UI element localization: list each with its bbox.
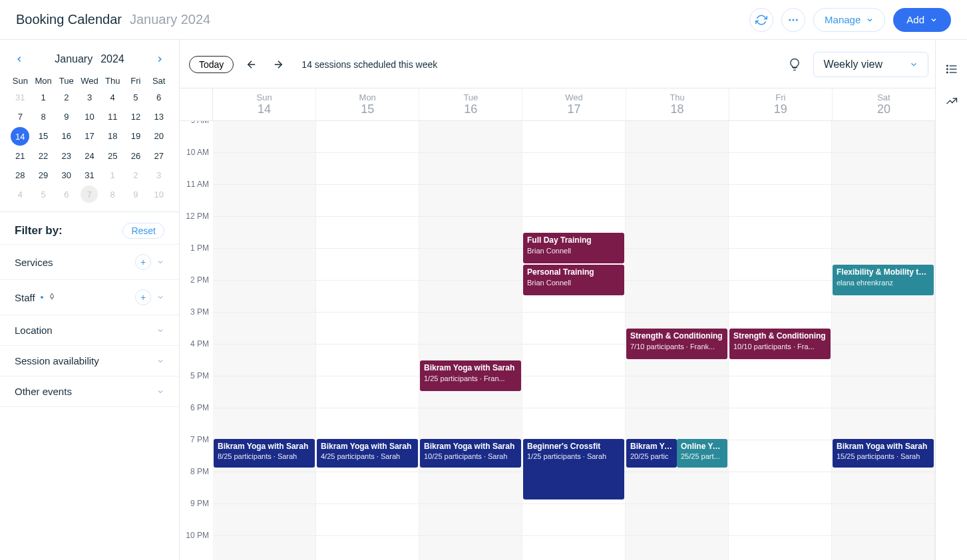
reset-button[interactable]: Reset [122, 223, 164, 239]
day-column[interactable]: Flexibility & Mobility trainingelana ehr… [832, 121, 935, 560]
mini-cal-day[interactable]: 30 [55, 166, 77, 184]
calendar-event[interactable]: Personal TrainingBrian Connell [523, 265, 624, 295]
mini-cal-day[interactable]: 28 [9, 166, 31, 184]
event-subtitle: 10/10 participants · Fra... [733, 342, 827, 351]
mini-cal-day[interactable]: 2 [55, 88, 77, 106]
arrow-left-icon [246, 59, 258, 70]
next-week-button[interactable] [270, 56, 287, 73]
staff-icon [47, 293, 57, 302]
refresh-button[interactable] [749, 8, 773, 32]
day-column[interactable]: Bikram Yoga with Sarah4/25 participants … [316, 121, 419, 560]
mini-cal-dow: Wed [79, 73, 100, 88]
mini-cal-day[interactable]: 15 [33, 127, 55, 146]
mini-cal-day[interactable]: 11 [102, 108, 124, 126]
mini-cal-day[interactable]: 26 [125, 147, 147, 165]
filter-row-location[interactable]: Location [0, 315, 179, 346]
mini-cal-day[interactable]: 18 [102, 127, 124, 146]
mini-cal-day[interactable]: 25 [102, 147, 124, 165]
mini-cal-day[interactable]: 20 [148, 127, 170, 146]
mini-cal-day[interactable]: 8 [102, 186, 124, 204]
time-label: 8 PM [180, 467, 213, 499]
mini-cal-day[interactable]: 12 [125, 108, 147, 126]
chevron-down-icon [909, 60, 918, 69]
mini-cal-day[interactable]: 1 [33, 88, 55, 106]
mini-cal-day[interactable]: 13 [148, 108, 170, 126]
mini-cal-day[interactable]: 3 [148, 166, 170, 184]
mini-cal-day[interactable]: 8 [33, 108, 55, 126]
calendar-event[interactable]: Bikram Yoga with Sarah4/25 participants … [317, 439, 418, 468]
filter-title: Filter by: [15, 224, 63, 237]
add-filter-button[interactable]: + [135, 254, 151, 270]
mini-cal-day[interactable]: 16 [55, 127, 77, 146]
mini-cal-day[interactable]: 19 [125, 127, 147, 146]
mini-cal-day[interactable]: 23 [55, 147, 77, 165]
calendar-event[interactable]: Bikram Yoga with Sarah15/25 participants… [833, 439, 934, 468]
prev-month-button[interactable] [12, 52, 27, 67]
calendar-event[interactable]: Full Day TrainingBrian Connell [523, 233, 624, 263]
day-column[interactable]: Strength & Conditioning7/10 participants… [626, 121, 729, 560]
add-filter-button[interactable]: + [135, 289, 151, 305]
mini-cal-day[interactable]: 6 [148, 88, 170, 106]
mini-cal-day[interactable]: 24 [79, 147, 100, 165]
today-button[interactable]: Today [189, 56, 234, 73]
event-title: Beginner's Crossfit [527, 442, 620, 452]
page-title: Booking Calendar [16, 12, 122, 27]
mini-cal-day[interactable]: 17 [79, 127, 100, 146]
mini-cal-day[interactable]: 6 [55, 186, 77, 204]
analytics-button[interactable] [942, 92, 961, 110]
mini-cal-day[interactable]: 9 [125, 186, 147, 204]
calendar-event[interactable]: Strength & Conditioning10/10 participant… [729, 329, 831, 359]
day-column[interactable]: Strength & Conditioning10/10 participant… [729, 121, 832, 560]
mini-cal-day[interactable]: 5 [33, 186, 55, 204]
filter-label: Other events [15, 386, 72, 397]
list-view-button[interactable] [942, 60, 961, 78]
mini-cal-day[interactable]: 31 [9, 88, 31, 106]
calendar-event[interactable]: Bikram Yoga with Sarah1/25 participants … [420, 360, 521, 391]
more-button[interactable] [781, 8, 805, 32]
mini-cal-day[interactable]: 27 [148, 147, 170, 165]
next-month-button[interactable] [152, 52, 167, 67]
calendar-event[interactable]: Online Yoga25/25 part... [677, 439, 727, 468]
time-label: 2 PM [180, 275, 213, 307]
mini-cal-day[interactable]: 21 [9, 147, 31, 165]
mini-cal-day[interactable]: 29 [33, 166, 55, 184]
filter-row-services[interactable]: Services+ [0, 244, 179, 280]
prev-week-button[interactable] [243, 56, 260, 73]
mini-cal-day[interactable]: 7 [81, 186, 98, 203]
calendar-event[interactable]: Bikram Yoga with Sarah8/25 participants … [214, 439, 315, 468]
calendar-event[interactable]: Bikram Yoga20/25 partic [626, 439, 677, 468]
filter-row-other-events[interactable]: Other events [0, 376, 179, 407]
calendar-event[interactable]: Strength & Conditioning7/10 participants… [626, 329, 727, 359]
mini-cal-day[interactable]: 5 [125, 88, 147, 106]
mini-cal-day[interactable]: 3 [79, 88, 100, 106]
day-header: Fri19 [729, 88, 833, 120]
mini-cal-day[interactable]: 9 [55, 108, 77, 126]
filter-row-session-availability[interactable]: Session availability [0, 346, 179, 376]
day-column[interactable]: Bikram Yoga with Sarah8/25 participants … [213, 121, 316, 560]
mini-cal-day[interactable]: 7 [9, 108, 31, 126]
mini-cal-day[interactable]: 14 [11, 127, 29, 146]
calendar-event[interactable]: Flexibility & Mobility trainingelana ehr… [833, 265, 934, 295]
manage-button[interactable]: Manage [813, 8, 885, 32]
filter-row-staff[interactable]: Staff+ [0, 280, 179, 315]
tips-button[interactable] [785, 55, 804, 74]
mini-cal-day[interactable]: 22 [33, 147, 55, 165]
event-subtitle: 1/25 participants · Sarah [527, 452, 620, 461]
mini-cal-day[interactable]: 4 [102, 88, 124, 106]
chevron-left-icon [15, 55, 24, 64]
view-selector[interactable]: Weekly view [813, 52, 928, 77]
day-column[interactable]: Bikram Yoga with Sarah1/25 participants … [419, 121, 522, 560]
mini-cal-day[interactable]: 10 [148, 186, 170, 204]
calendar-event[interactable]: Beginner's Crossfit1/25 participants · S… [523, 439, 624, 500]
day-column[interactable]: Full Day TrainingBrian ConnellPersonal T… [522, 121, 626, 560]
calendar-event[interactable]: Bikram Yoga with Sarah10/25 participants… [420, 439, 521, 468]
mini-cal-day[interactable]: 4 [9, 186, 31, 204]
mini-cal-year: 2024 [100, 53, 124, 65]
event-subtitle: 4/25 participants · Sarah [321, 452, 414, 461]
add-button[interactable]: Add [893, 8, 951, 32]
mini-cal-day[interactable]: 1 [102, 166, 124, 184]
mini-cal-day[interactable]: 2 [125, 166, 147, 184]
mini-cal-day[interactable]: 10 [79, 108, 100, 126]
mini-cal-day[interactable]: 31 [79, 166, 100, 184]
time-label: 10 AM [180, 148, 213, 180]
